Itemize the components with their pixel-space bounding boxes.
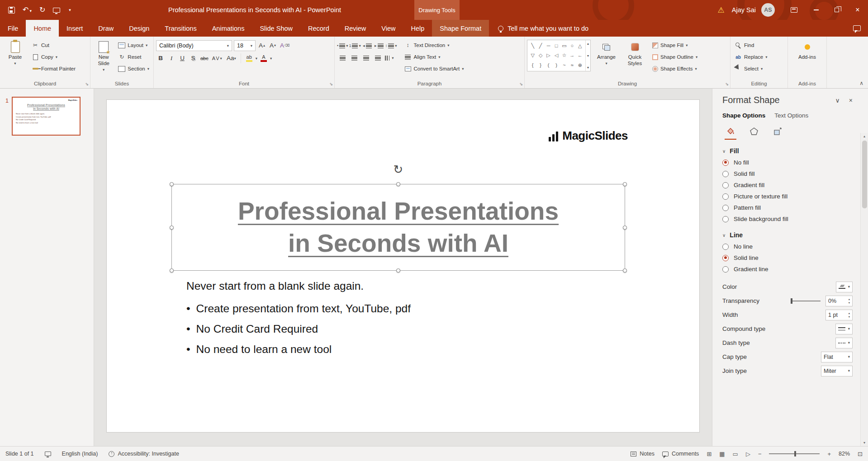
zoom-slider-thumb[interactable] (794, 451, 796, 456)
format-painter-button[interactable]: Format Painter (30, 64, 77, 74)
align-right-button[interactable] (360, 53, 371, 63)
dash-type-dropdown[interactable]: ▾ (835, 338, 853, 348)
shape-triangle-icon[interactable]: △ (578, 43, 582, 48)
new-slide-button[interactable]: NewSlide ▾ (93, 39, 114, 71)
pane-options-chevron-icon[interactable]: ∨ (835, 97, 840, 104)
gallery-up-button[interactable]: ▴ (587, 42, 589, 46)
change-case-button[interactable]: Aa▾ (226, 53, 237, 63)
shape-diamond-icon[interactable]: ◇ (539, 53, 542, 58)
user-name[interactable]: Ajay Sai (732, 6, 756, 14)
shape-arrow-icon[interactable]: → (569, 53, 574, 58)
notes-button[interactable]: Notes (631, 451, 655, 457)
slide[interactable]: MagicSlides Professional Presentations i… (107, 100, 699, 432)
scrollbar-thumb[interactable] (862, 141, 867, 208)
tab-design[interactable]: Design (121, 20, 157, 37)
justify-button[interactable] (372, 53, 383, 63)
section-button[interactable]: Section▾ (116, 64, 151, 74)
tab-text-options[interactable]: Text Options (774, 112, 808, 119)
selection-box[interactable]: ↻ (171, 184, 625, 271)
highlight-color-button[interactable]: ab (245, 53, 254, 63)
radio-no-line[interactable]: No line (722, 243, 853, 250)
shape-oval-icon[interactable]: ○ (571, 43, 574, 48)
addins-button[interactable]: Add-ins (794, 39, 820, 61)
paste-button[interactable]: Paste ▾ (2, 39, 28, 65)
radio-solid-line[interactable]: Solid line (722, 254, 853, 261)
align-text-button[interactable]: Align Text▾ (403, 52, 466, 62)
tab-insert[interactable]: Insert (59, 20, 90, 37)
character-spacing-button[interactable]: AV▾ (211, 53, 224, 63)
tab-transitions[interactable]: Transitions (157, 20, 204, 37)
compound-type-dropdown[interactable]: ▾ (835, 324, 853, 334)
resize-handle-bottom-left[interactable] (170, 268, 174, 273)
line-section-header[interactable]: ∨ Line (722, 231, 853, 239)
scroll-down-icon[interactable]: ▾ (863, 441, 865, 445)
slider-thumb[interactable] (791, 298, 792, 304)
tab-shape-format[interactable]: Shape Format (432, 20, 489, 37)
shapes-gallery[interactable]: ╲ ╱ ─ □ ▭ ○ △ ▽ ◇ ▷ ◁ ☆ → ← { (527, 40, 591, 71)
zoom-level[interactable]: 82% (839, 451, 850, 457)
resize-handle-bottom-center[interactable] (396, 268, 400, 273)
radio-picture-fill[interactable]: Picture or texture fill (722, 193, 853, 200)
italic-button[interactable]: I (167, 53, 176, 63)
scroll-up-icon[interactable]: ▴ (863, 134, 865, 138)
reading-view-button[interactable]: ▭ (733, 451, 738, 457)
replace-button[interactable]: abReplace▾ (733, 52, 769, 62)
font-name-combo[interactable]: Calibri (Body)▾ (156, 40, 232, 51)
spin-up-icon[interactable]: ▴ (849, 311, 850, 315)
restore-button[interactable] (826, 0, 847, 20)
comments-icon[interactable] (853, 25, 861, 31)
shape-arrow-icon[interactable]: ← (578, 53, 583, 58)
close-button[interactable]: × (847, 0, 868, 20)
body-textbox[interactable]: Never start from a blank slide again. Cr… (186, 280, 411, 363)
radio-slide-background-fill[interactable]: Slide background fill (722, 216, 853, 222)
minimize-button[interactable] (806, 0, 826, 20)
shape-outline-button[interactable]: Shape Outline▾ (650, 52, 699, 62)
drawing-dialog-launcher[interactable]: ⇘ (725, 82, 729, 86)
layout-button[interactable]: Layout▾ (116, 40, 151, 50)
shape-star-icon[interactable]: ☆ (562, 53, 566, 58)
rotate-handle-icon[interactable]: ↻ (394, 164, 403, 175)
spin-down-icon[interactable]: ▾ (849, 301, 850, 305)
undo-button[interactable]: ↶▾ (23, 6, 32, 14)
reset-button[interactable]: ↻Reset (116, 52, 151, 62)
bullets-button[interactable]: •▾ (337, 41, 348, 51)
slideshow-button[interactable]: ▷ (746, 451, 750, 457)
collapse-ribbon-button[interactable]: ∧ (859, 80, 863, 86)
slide-thumbnail[interactable]: MagicSlides Professional Presentationsin… (12, 97, 81, 136)
width-spinner[interactable]: 1 pt▴▾ (825, 310, 853, 320)
warning-icon[interactable]: ⚠ (718, 5, 725, 15)
shape-curve-icon[interactable]: ≈ (571, 63, 574, 68)
avatar[interactable]: AS (761, 3, 775, 17)
tab-record[interactable]: Record (300, 20, 337, 37)
shape-triangle-icon[interactable]: ▽ (531, 53, 534, 58)
font-size-combo[interactable]: 18▾ (234, 40, 256, 51)
columns-button[interactable]: ▾ (384, 53, 395, 63)
tab-animations[interactable]: Animations (204, 20, 252, 37)
zoom-slider[interactable] (769, 453, 820, 454)
increase-indent-button[interactable]: ▸ (374, 41, 384, 51)
shape-arrow-icon[interactable]: ◁ (555, 53, 558, 58)
zoom-in-button[interactable]: + (827, 451, 831, 457)
resize-handle-bottom-right[interactable] (623, 268, 627, 273)
tab-view[interactable]: View (374, 20, 403, 37)
display-settings-button[interactable] (45, 452, 51, 456)
text-shadow-button[interactable]: S (189, 53, 198, 63)
shape-curve-icon[interactable]: ~ (563, 63, 565, 68)
select-button[interactable]: Select▾ (733, 64, 769, 74)
quick-styles-button[interactable]: QuickStyles (622, 39, 648, 67)
cap-type-dropdown[interactable]: Flat▾ (821, 352, 853, 362)
shape-paren-icon[interactable]: ) (555, 63, 557, 68)
shape-brace-icon[interactable]: { (532, 63, 534, 68)
radio-no-fill[interactable]: No fill (722, 159, 853, 166)
transparency-spinner[interactable]: 0%▴▾ (825, 296, 853, 306)
tab-slide-show[interactable]: Slide Show (252, 20, 300, 37)
decrease-font-size-button[interactable]: A▾ (268, 41, 277, 51)
tab-draw[interactable]: Draw (90, 20, 121, 37)
fill-section-header[interactable]: ∨ Fill (722, 147, 853, 155)
bold-button[interactable]: B (156, 53, 165, 63)
resize-handle-top-left[interactable] (170, 182, 174, 186)
line-color-button[interactable]: ▾ (836, 282, 853, 292)
fill-line-icon[interactable] (722, 125, 739, 138)
tab-help[interactable]: Help (403, 20, 432, 37)
slide-canvas[interactable]: MagicSlides Professional Presentations i… (94, 89, 712, 446)
